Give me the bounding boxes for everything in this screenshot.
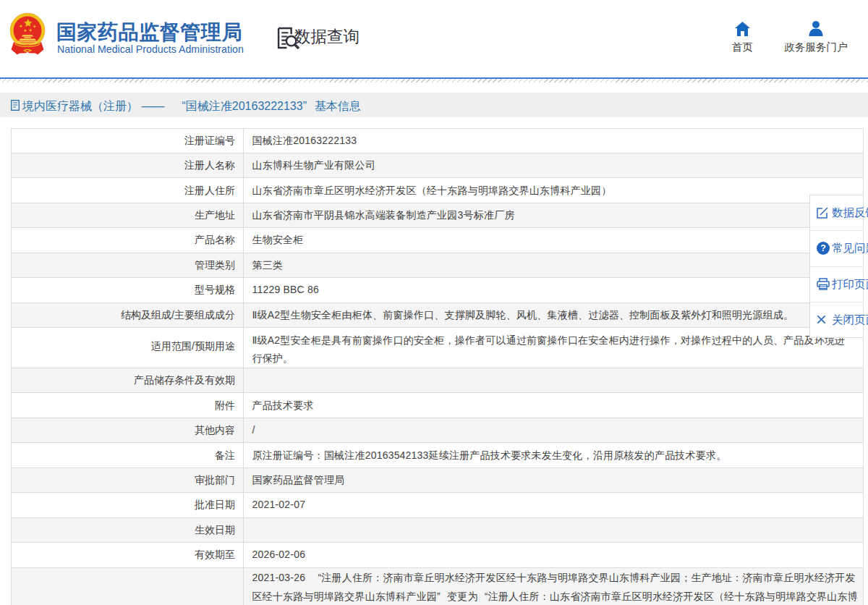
svg-text:?: ? (820, 244, 826, 254)
